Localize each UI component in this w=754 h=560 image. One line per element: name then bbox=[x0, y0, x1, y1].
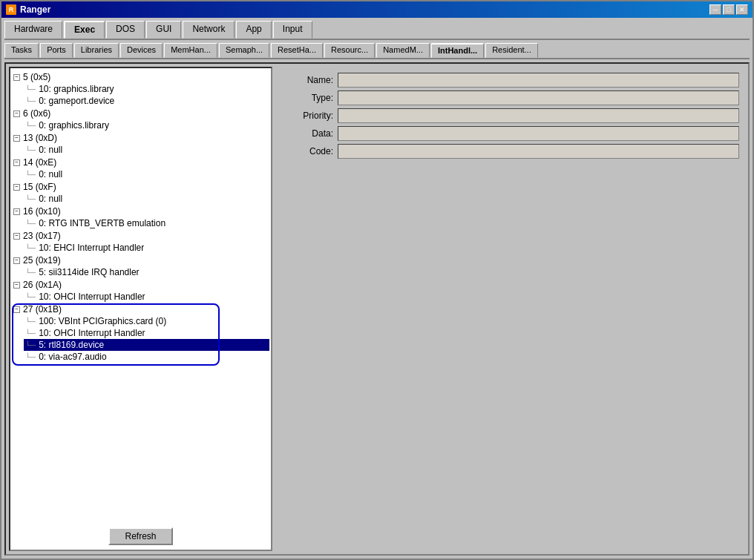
refresh-button[interactable]: Refresh bbox=[108, 527, 172, 545]
connector-icon: └─ bbox=[25, 171, 36, 179]
tree-item-9-3[interactable]: └─0: via-ac97.audio bbox=[24, 351, 269, 363]
priority-field-row: Priority: bbox=[281, 108, 739, 123]
data-input[interactable] bbox=[338, 126, 739, 141]
menu-tab-exec[interactable]: Exec bbox=[64, 21, 105, 39]
tree-item-label: 0: null bbox=[39, 194, 62, 204]
code-input[interactable] bbox=[338, 144, 739, 159]
connector-icon: └─ bbox=[25, 329, 36, 337]
tree-item-4-0[interactable]: └─0: null bbox=[24, 193, 269, 205]
tree-item-8-0[interactable]: └─10: OHCI Interrupt Handler bbox=[24, 291, 269, 303]
tree-item-3-0[interactable]: └─0: null bbox=[24, 168, 269, 180]
menu-tab-network[interactable]: Network bbox=[183, 21, 235, 39]
expand-icon-7[interactable]: − bbox=[13, 257, 20, 264]
expand-icon-2[interactable]: − bbox=[13, 135, 20, 142]
tree-item-label: 0: gameport.device bbox=[39, 96, 114, 106]
app-icon: R bbox=[6, 4, 16, 15]
tree-group-label-9: 27 (0x1B) bbox=[23, 304, 62, 314]
sub-tab-tasks[interactable]: Tasks bbox=[4, 43, 39, 58]
name-input[interactable] bbox=[338, 73, 739, 88]
tree-group-label-5: 16 (0x10) bbox=[23, 206, 61, 217]
tree-parent-9[interactable]: −27 (0x1B) bbox=[12, 303, 269, 315]
tree-item-7-0[interactable]: └─5: sii3114ide IRQ handler bbox=[24, 266, 269, 278]
menu-tab-hardware[interactable]: Hardware bbox=[4, 21, 62, 39]
sub-tab-libraries[interactable]: Libraries bbox=[74, 43, 119, 58]
tree-group-label-0: 5 (0x5) bbox=[23, 72, 50, 82]
tree-item-label: 0: graphics.library bbox=[39, 120, 109, 131]
tree-group-4: −15 (0xF)└─0: null bbox=[12, 181, 269, 205]
tree-children-1: └─0: graphics.library bbox=[12, 119, 269, 131]
tree-item-6-0[interactable]: └─10: EHCI Interrupt Handler bbox=[24, 242, 269, 254]
tree-children-7: └─5: sii3114ide IRQ handler bbox=[12, 266, 269, 278]
maximize-button[interactable]: □ bbox=[723, 4, 735, 15]
tree-parent-4[interactable]: −15 (0xF) bbox=[12, 181, 269, 193]
tree-group-1: −6 (0x6)└─0: graphics.library bbox=[12, 108, 269, 131]
expand-icon-8[interactable]: − bbox=[13, 282, 20, 289]
connector-icon: └─ bbox=[25, 269, 36, 277]
tree-children-5: └─0: RTG INTB_VERTB emulation bbox=[12, 217, 269, 229]
expand-icon-3[interactable]: − bbox=[13, 159, 20, 166]
tree-item-9-2[interactable]: └─5: rtl8169.device bbox=[24, 339, 269, 351]
sub-tab-memhan[interactable]: MemHan... bbox=[164, 43, 217, 58]
tree-parent-5[interactable]: −16 (0x10) bbox=[12, 205, 269, 217]
tree-item-9-0[interactable]: └─100: VBInt PCIGraphics.card (0) bbox=[24, 315, 269, 327]
tree-group-label-2: 13 (0xD) bbox=[23, 133, 57, 143]
expand-icon-6[interactable]: − bbox=[13, 233, 20, 240]
expand-icon-0[interactable]: − bbox=[13, 74, 20, 81]
connector-icon: └─ bbox=[25, 195, 36, 203]
close-button[interactable]: ✕ bbox=[736, 4, 748, 15]
expand-icon-9[interactable]: − bbox=[13, 306, 20, 313]
sub-tab-devices[interactable]: Devices bbox=[120, 43, 163, 58]
tree-parent-8[interactable]: −26 (0x1A) bbox=[12, 279, 269, 291]
connector-icon: └─ bbox=[25, 353, 36, 361]
tree-parent-7[interactable]: −25 (0x19) bbox=[12, 254, 269, 266]
minimize-button[interactable]: ─ bbox=[709, 4, 721, 15]
connector-icon: └─ bbox=[25, 97, 36, 105]
menu-tab-bar: HardwareExecDOSGUINetworkAppInput bbox=[1, 18, 753, 39]
connector-icon: └─ bbox=[25, 317, 36, 326]
tree-item-2-0[interactable]: └─0: null bbox=[24, 144, 269, 156]
expand-icon-4[interactable]: − bbox=[13, 184, 20, 191]
data-label: Data: bbox=[281, 128, 333, 139]
sub-tab-semaph[interactable]: Semaph... bbox=[219, 43, 269, 58]
tree-group-2: −13 (0xD)└─0: null bbox=[12, 132, 269, 156]
sub-tab-inthandl[interactable]: IntHandl... bbox=[431, 43, 484, 58]
tree-parent-1[interactable]: −6 (0x6) bbox=[12, 108, 269, 119]
sub-tab-resourc[interactable]: Resourc... bbox=[324, 43, 375, 58]
type-label: Type: bbox=[281, 93, 333, 103]
menu-tab-dos[interactable]: DOS bbox=[106, 21, 145, 39]
tree-parent-3[interactable]: −14 (0xE) bbox=[12, 157, 269, 168]
tree-group-label-3: 14 (0xE) bbox=[23, 157, 56, 168]
tree-group-5: −16 (0x10)└─0: RTG INTB_VERTB emulation bbox=[12, 205, 269, 229]
tree-item-label: 0: via-ac97.audio bbox=[39, 352, 106, 362]
tree-parent-0[interactable]: −5 (0x5) bbox=[12, 71, 269, 83]
tree-item-5-0[interactable]: └─0: RTG INTB_VERTB emulation bbox=[24, 217, 269, 229]
connector-icon: └─ bbox=[25, 341, 36, 349]
tree-item-1-0[interactable]: └─0: graphics.library bbox=[24, 119, 269, 131]
connector-icon: └─ bbox=[25, 122, 36, 130]
tree-group-0: −5 (0x5)└─10: graphics.library└─0: gamep… bbox=[12, 71, 269, 107]
tree-children-6: └─10: EHCI Interrupt Handler bbox=[12, 242, 269, 254]
tree-item-0-1[interactable]: └─0: gameport.device bbox=[24, 95, 269, 107]
tree-group-label-8: 26 (0x1A) bbox=[23, 280, 62, 290]
sub-tab-resetha[interactable]: ResetHa... bbox=[271, 43, 323, 58]
tree-children-3: └─0: null bbox=[12, 168, 269, 180]
title-bar-left: R Ranger bbox=[6, 4, 50, 15]
tree-item-9-1[interactable]: └─10: OHCI Interrupt Handler bbox=[24, 327, 269, 339]
expand-icon-1[interactable]: − bbox=[13, 111, 20, 117]
menu-tab-input[interactable]: Input bbox=[273, 21, 312, 39]
sub-tab-ports[interactable]: Ports bbox=[40, 43, 73, 58]
sub-tab-namedm[interactable]: NamedM... bbox=[376, 43, 430, 58]
priority-input[interactable] bbox=[338, 108, 739, 123]
tree-view[interactable]: −5 (0x5)└─10: graphics.library└─0: gamep… bbox=[10, 68, 271, 523]
tree-parent-2[interactable]: −13 (0xD) bbox=[12, 132, 269, 144]
left-panel: −5 (0x5)└─10: graphics.library└─0: gamep… bbox=[9, 67, 272, 551]
menu-tab-app[interactable]: App bbox=[236, 21, 271, 39]
menu-tab-gui[interactable]: GUI bbox=[146, 21, 181, 39]
tree-group-label-7: 25 (0x19) bbox=[23, 255, 61, 266]
sub-tab-resident[interactable]: Resident... bbox=[485, 43, 538, 58]
tree-parent-6[interactable]: −23 (0x17) bbox=[12, 230, 269, 242]
tree-item-0-0[interactable]: └─10: graphics.library bbox=[24, 83, 269, 95]
tree-group-label-6: 23 (0x17) bbox=[23, 231, 61, 241]
expand-icon-5[interactable]: − bbox=[13, 208, 20, 215]
type-input[interactable] bbox=[338, 90, 739, 105]
